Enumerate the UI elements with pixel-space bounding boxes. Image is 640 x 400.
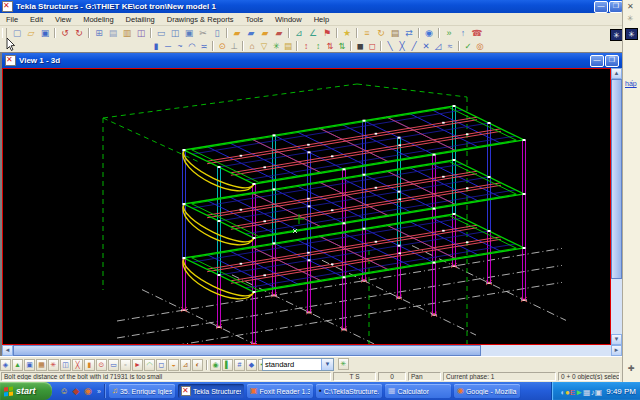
notes-icon[interactable]: ▤ — [388, 27, 402, 39]
create-polybeam-icon[interactable]: ~ — [174, 40, 186, 52]
report-stack-icon[interactable]: ≡ — [360, 27, 374, 39]
paste-icon[interactable]: ▥ — [120, 27, 134, 39]
scroll-up-icon[interactable]: ▲ — [611, 68, 622, 79]
firefox-icon[interactable]: ◉ — [82, 384, 94, 398]
menu-edit[interactable]: Edit — [24, 15, 49, 24]
view-minimize-button[interactable]: — — [590, 55, 604, 67]
create-curved-beam-icon[interactable]: ◠ — [186, 40, 198, 52]
cut-view-icon[interactable]: ✂ — [196, 27, 210, 39]
measure-icon[interactable]: ⊿ — [292, 27, 306, 39]
network-icon[interactable]: ▦ — [583, 388, 591, 397]
autoconnection-icon[interactable]: ✳ — [270, 40, 282, 52]
pushpin-icon[interactable]: ✚ — [628, 364, 635, 373]
folder-profiles-icon[interactable]: ▰ — [244, 27, 258, 39]
create-twin-beam-icon[interactable]: ≍ — [198, 40, 210, 52]
component-house-icon[interactable]: ⌂ — [246, 40, 258, 52]
split-icon[interactable]: ≈ — [444, 40, 456, 52]
scroll-left-icon[interactable]: ◄ — [2, 345, 13, 356]
messenger-icon[interactable]: ☺ — [58, 384, 70, 398]
menu-detailing[interactable]: Detailing — [120, 15, 161, 24]
taskbar-button-4[interactable]: ▦Calculator — [385, 384, 451, 398]
scroll-right-icon[interactable]: ► — [611, 345, 622, 356]
folder-materials-icon[interactable]: ▰ — [258, 27, 272, 39]
select-views-icon[interactable]: ◠ — [144, 359, 155, 371]
new-view-icon[interactable]: ▭ — [154, 27, 168, 39]
gear-icon[interactable]: ✳ — [627, 14, 634, 23]
panel-close-icon[interactable]: ✕ — [627, 2, 634, 11]
publish-icon[interactable]: ↑ — [456, 27, 470, 39]
weld-icon[interactable]: ╲ — [384, 40, 396, 52]
copy-icon[interactable]: ▤ — [106, 27, 120, 39]
model-viewport[interactable] — [2, 68, 611, 345]
toolbar-grip[interactable] — [2, 28, 7, 38]
folder-catalog-icon[interactable]: ▰ — [272, 27, 286, 39]
quick-launch-overflow-icon[interactable]: » — [97, 388, 101, 395]
minimize-button[interactable]: — — [594, 1, 608, 13]
start-button[interactable]: start — [0, 382, 52, 400]
view-restore-button[interactable]: ❐ — [605, 55, 619, 67]
cut-part-icon[interactable]: ◼ — [354, 40, 366, 52]
cut-polygon-icon[interactable]: ✕ — [420, 40, 432, 52]
snap-intersections-icon[interactable]: # — [234, 359, 245, 371]
fast-forward-icon[interactable]: » — [442, 27, 456, 39]
select-single-bolts-icon[interactable]: ⊙ — [96, 359, 107, 371]
menu-help[interactable]: Help — [308, 15, 335, 24]
help-link[interactable]: hấp — [625, 80, 637, 87]
screenshot-icon[interactable]: ◫ — [134, 27, 148, 39]
select-points-icon[interactable]: ▲ — [12, 359, 23, 371]
vertical-scrollbar[interactable]: ▲ ▼ — [611, 68, 622, 345]
select-grids-icon[interactable]: ▫ — [120, 359, 131, 371]
select-distances-icon[interactable]: ◐ — [192, 359, 203, 371]
print-icon[interactable]: ⊞ — [92, 27, 106, 39]
cut-line-icon[interactable]: ╱ — [408, 40, 420, 52]
undo-icon[interactable]: ↺ — [58, 27, 72, 39]
menu-view[interactable]: View — [49, 15, 77, 24]
redo-icon[interactable]: ↻ — [72, 27, 86, 39]
support-icon[interactable]: ☎ — [470, 27, 484, 39]
chevron-down-icon[interactable]: ▼ — [321, 359, 333, 370]
clash-check-icon[interactable]: ◎ — [474, 40, 486, 52]
fitting-icon[interactable]: ◻ — [366, 40, 378, 52]
menu-tools[interactable]: Tools — [239, 15, 269, 24]
select-components-icon[interactable]: ✳ — [48, 359, 59, 371]
select-loads-icon[interactable]: ◒ — [168, 359, 179, 371]
open-model-icon[interactable]: ▱ — [24, 27, 38, 39]
snap-lines-icon[interactable]: ▌ — [222, 359, 233, 371]
taskbar-button-3[interactable]: ▪C:\TeklaStructure... — [316, 384, 382, 398]
angle-icon[interactable]: ∠ — [306, 27, 320, 39]
create-bolts-icon[interactable]: ⊙ — [216, 40, 228, 52]
gauge-red-icon[interactable]: ⇅ — [324, 40, 336, 52]
globe-icon[interactable]: ◉ — [422, 27, 436, 39]
snap-points-icon[interactable]: ◉ — [210, 359, 221, 371]
sync-icon[interactable]: ⇄ — [402, 27, 416, 39]
phases-icon[interactable]: ✳ — [338, 358, 349, 370]
taskbar-button-0[interactable]: ♫35. Enrique Iglesi... — [109, 384, 175, 398]
menu-modeling[interactable]: Modeling — [77, 15, 119, 24]
select-rebars-icon[interactable]: ▭ — [108, 359, 119, 371]
level-red-icon[interactable]: ↕ — [300, 40, 312, 52]
fit-view-icon[interactable]: ▯ — [210, 27, 224, 39]
gauge-green-icon[interactable]: ⇅ — [336, 40, 348, 52]
select-bolts-icon[interactable]: ▮ — [84, 359, 95, 371]
weld-prep-icon[interactable]: ╳ — [396, 40, 408, 52]
taskbar-button-2[interactable]: ▣Foxit Reader 1.3 -... — [247, 384, 313, 398]
select-cuts-icon[interactable]: ⊿ — [180, 359, 191, 371]
component-catalog-icon[interactable]: ▤ — [282, 40, 294, 52]
chamfer-icon[interactable]: ◿ — [432, 40, 444, 52]
media-player-icon[interactable]: ◆ — [70, 384, 82, 398]
view-list-icon[interactable]: ◫ — [168, 27, 182, 39]
help-tool-icon[interactable]: ✳ — [625, 28, 638, 40]
select-grid-lines-icon[interactable]: ► — [132, 359, 143, 371]
menu-file[interactable]: File — [0, 15, 24, 24]
snap-midpoints-icon[interactable]: ◆ — [246, 359, 257, 371]
refresh-icon[interactable]: ↻ — [374, 27, 388, 39]
pin-icon[interactable]: ★ — [340, 27, 354, 39]
folder-model-icon[interactable]: ▰ — [230, 27, 244, 39]
taskbar-button-1[interactable]: Tekla Structures - ... — [178, 384, 244, 398]
view-title-bar[interactable]: View 1 - 3d — ❐ — [2, 53, 622, 68]
check-icon[interactable]: ✓ — [462, 40, 474, 52]
menu-drawings-reports[interactable]: Drawings & Reports — [161, 15, 240, 24]
horizontal-scrollbar[interactable]: ◄ ► — [2, 345, 622, 356]
select-planes-icon[interactable]: ◻ — [156, 359, 167, 371]
scroll-down-icon[interactable]: ▼ — [611, 334, 622, 345]
